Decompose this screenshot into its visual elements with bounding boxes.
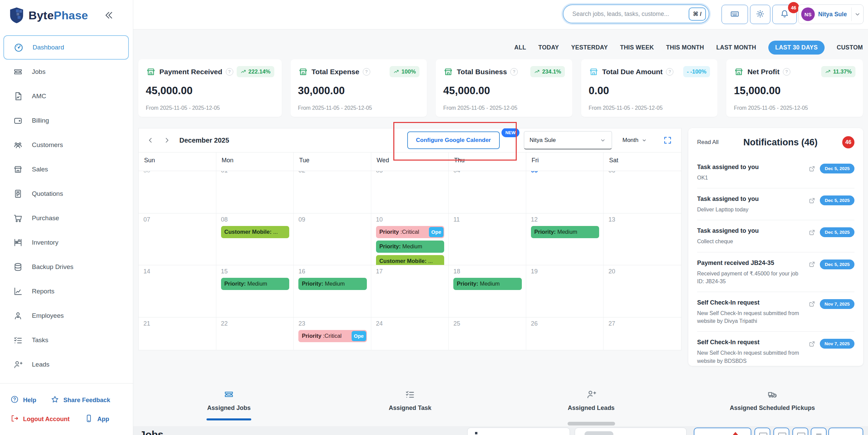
filter-tab-all[interactable]: ALL — [514, 44, 526, 51]
phone-icon — [84, 414, 93, 423]
notification-subtitle: New Self Check-In request submitted from… — [697, 349, 806, 365]
tab-assigned-scheduled-pickups[interactable]: Assigned Scheduled Pickups — [682, 389, 863, 426]
calendar-event[interactable]: Priority: Medium — [453, 278, 522, 290]
calendar-user-select[interactable]: Nitya Sule — [524, 131, 612, 149]
open-notification-button[interactable] — [808, 165, 816, 172]
storefront-icon — [13, 164, 23, 174]
day-header-tue: Tue — [294, 152, 371, 171]
sidebar-item-tasks[interactable]: Tasks — [3, 328, 129, 352]
calendar-view-select[interactable]: Month — [623, 137, 647, 144]
calendar-day-cell-24: 24 — [371, 317, 449, 350]
calendar-fullscreen-button[interactable] — [663, 136, 672, 145]
calendar-event[interactable]: Priority :CriticalOpe — [298, 330, 367, 342]
date-number: 27 — [608, 320, 678, 328]
calendar-event[interactable]: Priority :CriticalOpe — [376, 226, 445, 238]
sidebar-collapse-button[interactable] — [103, 9, 115, 21]
open-notification-button[interactable] — [808, 197, 816, 204]
sidebar-item-backup-drives[interactable]: Backup Drives — [3, 255, 129, 279]
open-notification-button[interactable] — [808, 229, 816, 236]
search-input[interactable] — [572, 10, 689, 18]
sidebar-item-employees[interactable]: Employees — [3, 304, 129, 328]
stat-card-total-due-amount: Total Due Amount?- -100%0.00From 2025-11… — [581, 59, 718, 117]
filter-tab-last-30-days[interactable]: LAST 30 DAYS — [768, 41, 825, 55]
horizontal-scrollbar-thumb[interactable] — [568, 422, 615, 426]
filter-tab-this-month[interactable]: THIS MONTH — [666, 44, 704, 51]
wallet-icon — [13, 116, 23, 126]
filter-tab-last-month[interactable]: LAST MONTH — [716, 44, 756, 51]
notifications-list: Task assigned to youOK1Dec 5, 2025Task a… — [697, 157, 854, 366]
storefront-icon — [298, 67, 308, 77]
sidebar-item-quotations[interactable]: Quotations — [3, 182, 129, 206]
trend-badge: 11.37% — [821, 66, 855, 77]
ticket-icon — [13, 67, 23, 77]
filter-tab-today[interactable]: TODAY — [538, 44, 559, 51]
stat-value: 15,000.00 — [734, 85, 855, 97]
sidebar-item-amc[interactable]: AMC — [3, 84, 129, 108]
sidebar-item-label: Reports — [32, 288, 55, 295]
sidebar-item-sales[interactable]: Sales — [3, 157, 129, 182]
trend-up-icon — [534, 69, 540, 75]
help-circle-icon: ? — [510, 68, 518, 76]
configure-google-calendar-button[interactable]: Configure Google Calender — [407, 131, 500, 149]
calendar-event[interactable]: Priority: Medium — [376, 241, 445, 253]
external-link-icon — [808, 261, 816, 268]
logout-button[interactable]: Logout Account — [10, 414, 70, 424]
jobs-toolbar-button-2[interactable] — [773, 428, 789, 435]
jobs-filter-select[interactable] — [575, 428, 687, 435]
share-feedback-button[interactable]: Share Feedback — [51, 395, 110, 406]
notification-title: Task assigned to you — [697, 227, 806, 234]
calendar-next-button[interactable] — [163, 137, 171, 144]
sidebar-item-purchase[interactable]: Purchase — [3, 206, 129, 230]
tab-assigned-jobs[interactable]: Assigned Jobs — [138, 389, 319, 426]
jobs-alert-button[interactable] — [694, 428, 751, 435]
trend-badge: 222.14% — [237, 66, 274, 77]
calendar-event[interactable]: Priority: Medium — [221, 278, 290, 290]
star-icon — [51, 395, 59, 404]
topbar: ⌘ / 46 NS Nitya Sule — [133, 0, 868, 29]
chevron-right-icon — [163, 137, 171, 144]
calendar-prev-button[interactable] — [147, 137, 154, 144]
users-icon — [13, 140, 23, 150]
keyboard-shortcuts-button[interactable] — [722, 5, 748, 24]
storefront-icon — [443, 67, 453, 77]
sidebar-item-reports[interactable]: Reports — [3, 279, 129, 304]
jobs-toolbar-button-3[interactable] — [792, 428, 808, 435]
open-notification-button[interactable] — [808, 340, 816, 348]
help-button[interactable]: Help — [10, 395, 36, 406]
jobs-toolbar-button-1[interactable] — [754, 428, 770, 435]
notifications-title: Notifications (46) — [718, 137, 842, 148]
filter-tab-yesterday[interactable]: YESTERDAY — [571, 44, 608, 51]
open-notification-button[interactable] — [808, 261, 816, 268]
jobs-toolbar-button-4[interactable] — [811, 428, 827, 435]
jobs-search-input[interactable] — [467, 428, 570, 435]
user-menu[interactable]: NS Nitya Sule — [798, 4, 864, 24]
calendar-event[interactable]: Priority: Medium — [298, 278, 367, 290]
read-all-button[interactable]: Read All — [697, 139, 718, 146]
open-notification-button[interactable] — [808, 300, 816, 308]
date-number: 01 — [221, 171, 291, 174]
sidebar-item-leads[interactable]: Leads — [3, 352, 129, 377]
tab-assigned-leads[interactable]: Assigned Leads — [501, 389, 682, 426]
help-circle-icon: ? — [226, 68, 233, 76]
sidebar-footer: Help Share Feedback Logout Account App — [0, 383, 133, 435]
calendar-event[interactable]: Customer Mobile: ... — [221, 226, 290, 238]
trend-up-icon — [240, 69, 246, 75]
sidebar-item-billing[interactable]: Billing — [3, 108, 129, 133]
date-number: 09 — [298, 216, 368, 224]
jobs-toolbar-button-5[interactable] — [828, 428, 863, 435]
sidebar-item-inventory[interactable]: Inventory — [3, 230, 129, 255]
sidebar-item-dashboard[interactable]: Dashboard — [3, 35, 129, 60]
filter-tab-this-week[interactable]: THIS WEEK — [620, 44, 654, 51]
theme-toggle-button[interactable] — [750, 5, 770, 24]
sidebar-item-jobs[interactable]: Jobs — [3, 60, 129, 84]
day-header-sun: Sun — [139, 152, 216, 171]
sidebar-item-customers[interactable]: Customers — [3, 133, 129, 157]
filter-tab-custom[interactable]: CUSTOM — [837, 44, 863, 51]
app-button[interactable]: App — [84, 414, 109, 424]
avatar: NS — [801, 7, 815, 21]
calendar-day-cell-20: 20 — [604, 265, 681, 317]
notifications-button[interactable]: 46 — [772, 5, 797, 24]
calendar-event[interactable]: Customer Mobile: ... — [376, 255, 445, 265]
calendar-event[interactable]: Priority: Medium — [531, 226, 599, 238]
tab-assigned-task[interactable]: Assigned Task — [319, 389, 500, 426]
